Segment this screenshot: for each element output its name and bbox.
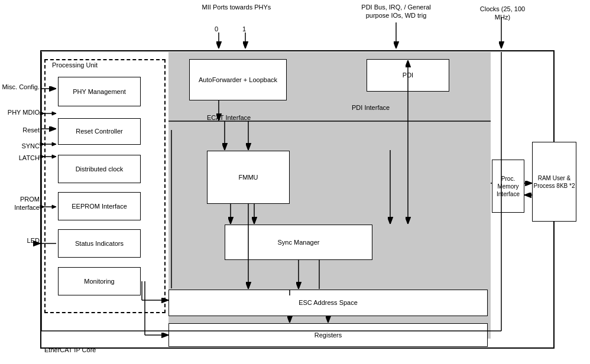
eeprom-interface-box: EEPROM Interface xyxy=(58,192,141,220)
status-indicators-box: Status Indicators xyxy=(58,229,141,258)
proc-memory-interface-box: Proc. Memory Interface xyxy=(492,160,524,213)
ram-user-box: RAM User & Process 8KB *2 xyxy=(532,142,576,222)
latch-label: LATCH xyxy=(1,154,40,162)
diagram-container: EtherCAT IP Core Processing Unit PHY Man… xyxy=(0,0,590,364)
reset-label: Reset xyxy=(1,126,40,134)
ecat-interface-label: ECAT Interface xyxy=(207,113,251,122)
autoforwarder-box: AutoForwarder + Loopback xyxy=(189,59,287,100)
ethercat-ip-core-label: EtherCAT IP Core xyxy=(44,346,96,354)
registers-box: Registers xyxy=(168,323,488,347)
monitoring-box: Monitoring xyxy=(58,267,141,295)
mii-ports-label: MII Ports towards PHYs xyxy=(201,3,272,11)
distributed-clock-box: Distributed clock xyxy=(58,155,141,183)
sync-manager-box: Sync Manager xyxy=(225,225,372,260)
phy-mdio-label: PHY MDIO xyxy=(1,108,40,116)
phy-management-box: PHY Management xyxy=(58,77,141,106)
misc-config-label: Misc. Config. xyxy=(1,83,40,91)
clocks-label: Clocks (25, 100 MHz) xyxy=(473,5,532,22)
processing-unit-label: Processing Unit xyxy=(52,61,98,69)
fmmu-box: FMMU xyxy=(207,151,290,204)
pdi-box: PDI xyxy=(367,59,449,92)
led-label: LED xyxy=(1,236,40,245)
reset-controller-box: Reset Controller xyxy=(58,118,141,145)
mii-0-label: 0 xyxy=(215,25,218,33)
mii-1-label: 1 xyxy=(242,25,246,33)
pdi-interface-label: PDI Interface xyxy=(352,103,390,112)
sync-label: SYNC xyxy=(1,142,40,150)
pdi-bus-label: PDI Bus, IRQ, / General purpose IOs, WD … xyxy=(349,3,443,20)
esc-address-space-box: ESC Address Space xyxy=(168,290,488,316)
prom-interface-label: PROM Interface xyxy=(1,195,40,212)
